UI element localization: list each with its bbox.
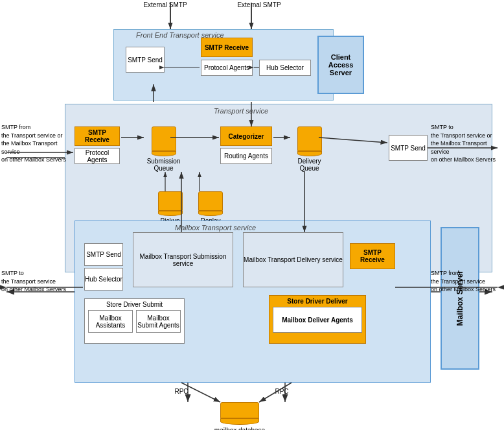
mailbox-submit-agents: Mailbox Submit Agents xyxy=(136,310,181,333)
client-access-server-label: Client Access Server xyxy=(319,53,363,77)
smtp-receive-mailbox: SMTP Receive xyxy=(350,243,395,269)
delivery-queue-label: Delivery Queue xyxy=(292,158,327,172)
protocol-agents-transport-label: Protocol Agents xyxy=(75,149,119,163)
mailbox-database: mailbox database xyxy=(214,402,266,430)
mailbox-database-label: mailbox database xyxy=(214,427,265,430)
hub-selector-mailbox-label: Hub Selector xyxy=(85,276,122,283)
mailbox-submit-agents-label: Mailbox Submit Agents xyxy=(137,315,180,329)
mailbox-server-box: Mailbox Server xyxy=(441,227,479,370)
smtp-receive-mailbox-label: SMTP Receive xyxy=(350,249,395,263)
store-driver-deliver-label: Store Driver Deliver xyxy=(269,296,365,307)
mailbox-deliver-agents: Mailbox Deliver Agents xyxy=(273,307,362,333)
mailbox-assistants: Mailbox Assistants xyxy=(88,310,133,333)
protocol-agents-frontend: Protocol Agents xyxy=(201,60,253,76)
transport-service-label: Transport service xyxy=(214,107,268,115)
mailbox-transport-submission: Mailbox Transport Submission service xyxy=(133,232,233,287)
smtp-receive-transport-label: SMTP Receive xyxy=(75,129,119,143)
submission-queue: Submission Queue xyxy=(146,126,181,172)
rpc-label-2: RPC xyxy=(269,388,295,395)
hub-selector-mailbox: Hub Selector xyxy=(84,268,123,291)
store-driver-submit-label: Store Driver Submit xyxy=(85,299,184,310)
hub-selector-frontend: Hub Selector xyxy=(259,60,311,76)
smtp-from-left-label: SMTP fromthe Transport service orthe Mai… xyxy=(1,123,69,164)
smtp-send-frontend: SMTP Send xyxy=(126,47,165,73)
protocol-agents-frontend-label: Protocol Agents xyxy=(204,64,249,71)
store-driver-submit-outer: Store Driver Submit Mailbox Assistants M… xyxy=(84,298,185,344)
smtp-receive-frontend-label: SMTP Receive xyxy=(205,44,249,51)
mailbox-deliver-agents-label: Mailbox Deliver Agents xyxy=(282,317,353,324)
smtp-receive-frontend: SMTP Receive xyxy=(201,38,253,57)
smtp-send-mailbox: SMTP Send xyxy=(84,243,123,266)
external-smtp-label-2: External SMTP xyxy=(233,1,285,8)
categorizer: Categorizer xyxy=(220,126,272,146)
mailbox-transport-delivery: Mailbox Transport Delivery service xyxy=(243,232,343,287)
hub-selector-frontend-label: Hub Selector xyxy=(266,64,304,71)
delivery-queue: Delivery Queue xyxy=(292,126,327,172)
smtp-send-transport: SMTP Send xyxy=(389,135,428,161)
client-access-server-box: Client Access Server xyxy=(317,36,364,94)
protocol-agents-transport: Protocol Agents xyxy=(74,148,120,164)
smtp-send-transport-label: SMTP Send xyxy=(391,145,426,152)
smtp-send-frontend-label: SMTP Send xyxy=(128,56,163,64)
rpc-label-1: RPC xyxy=(168,388,194,395)
smtp-from-mailbox-right-label: SMTP fromthe Transport serviceon other M… xyxy=(431,269,502,294)
submission-queue-label: Submission Queue xyxy=(146,158,181,172)
smtp-send-mailbox-label: SMTP Send xyxy=(86,251,121,258)
mailbox-transport-submission-label: Mailbox Transport Submission service xyxy=(133,253,233,267)
categorizer-label: Categorizer xyxy=(228,133,264,140)
smtp-to-mailbox-left-label: SMTP tothe Transport serviceon other Mai… xyxy=(1,269,73,294)
routing-agents-label: Routing Agents xyxy=(224,152,268,160)
mailbox-transport-label: Mailbox Transport service xyxy=(175,224,256,232)
store-driver-deliver-outer: Store Driver Deliver Mailbox Deliver Age… xyxy=(269,295,366,344)
mailbox-assistants-label: Mailbox Assistants xyxy=(89,315,132,329)
smtp-to-right-label: SMTP tothe Transport service orthe Mailb… xyxy=(431,123,502,164)
diagram: External SMTP External SMTP Front End Tr… xyxy=(0,0,504,430)
smtp-receive-transport: SMTP Receive xyxy=(74,126,120,146)
external-smtp-label-1: External SMTP xyxy=(139,1,191,8)
mailbox-transport-delivery-label: Mailbox Transport Delivery service xyxy=(244,256,343,263)
routing-agents: Routing Agents xyxy=(220,148,272,164)
